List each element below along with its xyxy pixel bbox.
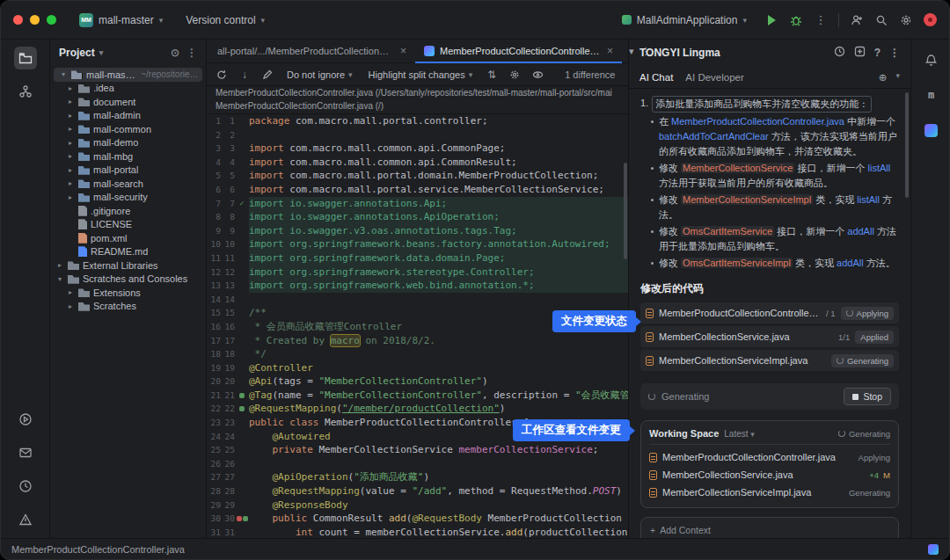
file-change-row[interactable]: MemberProductCollectionController.java/ … [640,302,899,324]
file-change-status[interactable]: Generating [831,354,894,367]
chevron-right-icon[interactable]: ▸ [66,125,75,133]
status-bar-file[interactable]: MemberProductCollectionController.java [11,544,185,555]
notifications-tool-button[interactable] [14,441,37,464]
tree-item[interactable]: pom.xml [50,231,206,245]
collapse-unchanged-icon[interactable]: ⇅ [484,67,500,83]
debug-button[interactable] [789,13,803,27]
file-change-status[interactable]: Applied [855,331,894,344]
tree-item[interactable]: README.md [50,245,206,259]
gutter-icon-red[interactable] [237,516,242,521]
tree-item[interactable]: ▸Scratches [50,300,206,314]
chevron-right-icon[interactable]: ▸ [66,288,75,296]
tree-item[interactable]: ▸External Libraries [50,258,206,273]
chevron-right-icon[interactable]: ▸ [66,166,75,174]
working-space-row[interactable]: MemberCollectionServiceImpl.javaGenerati… [649,484,890,501]
file-change-row[interactable]: MemberCollectionService.java1/1Applied [640,326,899,347]
inline-link[interactable]: batchAddToCartAndClear [659,131,769,142]
gutter-icon-green[interactable] [243,516,248,521]
lingma-scrollbar[interactable] [905,92,909,198]
viewer-icon[interactable] [530,67,545,83]
chevron-right-icon[interactable]: ▸ [66,139,75,147]
version-control-menu[interactable]: Version control ▾ [179,11,272,30]
editor-scrollbar[interactable] [624,163,627,259]
inline-link[interactable]: addAll [847,226,874,236]
inline-link[interactable]: MemberProductCollectionController.java [671,116,844,127]
more-actions-button[interactable]: ⋮ [814,13,828,27]
tree-item[interactable]: ▸mall-portal [50,164,206,178]
minimize-window-button[interactable] [30,15,40,25]
close-window-button[interactable] [13,15,23,25]
chevron-right-icon[interactable]: ▸ [66,302,75,310]
history-tool-button[interactable] [14,475,37,498]
chevron-right-icon[interactable]: ▸ [55,261,64,269]
chevron-right-icon[interactable]: ▸ [66,193,75,201]
editor-tab[interactable]: all-portal/.../MemberProductCollectionCo… [208,40,415,62]
edit-icon[interactable] [259,67,275,83]
close-tab-icon[interactable]: × [607,45,613,57]
inline-link[interactable]: listAll [857,194,880,205]
run-button[interactable] [764,13,778,27]
problems-tool-button[interactable] [14,508,37,531]
settings-button[interactable] [899,13,913,27]
chevron-right-icon[interactable]: ▸ [66,179,75,187]
tree-item[interactable]: ▾mall-master [mall]~/repositories/test/m… [54,68,202,82]
highlight-mode-dropdown[interactable]: Highlight split changes ▾ [364,68,478,82]
working-space-row[interactable]: MemberProductCollectionController.javaAp… [649,448,890,466]
spring-gutter-icon[interactable] [239,393,245,398]
search-everywhere-button[interactable] [874,13,888,27]
tree-item[interactable]: ▸.idea [50,82,206,96]
inline-link[interactable]: listAll [868,163,891,173]
commit-tool-button[interactable] [14,80,37,103]
chat-history-icon[interactable] [834,46,845,60]
tree-item[interactable]: ▸document [50,95,206,109]
chevron-right-icon[interactable]: ▸ [66,152,75,160]
project-selector[interactable]: MM mall-master ▾ [72,10,170,31]
chevron-right-icon[interactable]: ▸ [66,84,75,92]
editor-tab[interactable]: MemberProductCollectionController.java× [415,40,622,62]
new-chat-icon[interactable] [854,46,866,60]
chevron-right-icon[interactable]: ▸ [66,112,75,120]
chevron-down-icon[interactable]: ▾ [895,71,900,84]
tab-ai-chat[interactable]: AI Chat [639,72,673,83]
maven-tool-button[interactable]: m [920,84,943,106]
tree-item[interactable]: ▸mall-security [50,191,206,205]
add-context-button[interactable]: + Add Context [650,525,889,535]
tree-item[interactable]: ▸mall-common [50,122,206,136]
tree-item[interactable]: LICENSE [50,218,206,232]
panel-more-icon[interactable]: ⋮ [889,47,900,59]
chevron-down-icon[interactable]: ▾ [55,275,64,283]
chevron-right-icon[interactable]: ▸ [66,98,75,105]
tree-item[interactable]: ▸mall-demo [50,136,206,150]
ignore-policy-dropdown[interactable]: Do not ignore ▾ [282,68,357,82]
chat-input-card[interactable]: + Add Context 添加到购物车时， → [640,517,899,538]
tree-item[interactable]: ▸mall-search [50,177,206,191]
tab-ai-developer[interactable]: AI Developer [685,72,743,83]
project-tool-button[interactable] [14,47,37,69]
working-space-row[interactable]: MemberCollectionService.java+4M [649,466,890,484]
tree-item[interactable]: ▸mall-admin [50,109,206,123]
accepted-change-icon[interactable]: ✓ [239,197,244,211]
file-change-row[interactable]: MemberCollectionServiceImpl.javaGenerati… [640,350,899,371]
zoom-window-button[interactable] [47,15,56,25]
code-with-me-button[interactable] [850,13,864,27]
tree-item[interactable]: ▾Scratches and Consoles [50,273,206,287]
file-change-status[interactable]: Applying [841,307,894,320]
lingma-tool-button[interactable] [920,119,943,142]
chevron-down-icon[interactable]: ▾ [59,70,68,78]
working-space-filter[interactable]: Latest ▾ [724,429,755,439]
avatar[interactable] [924,13,937,26]
inline-link[interactable]: addAll [837,258,864,268]
refresh-icon[interactable] [214,67,230,83]
add-chat-icon[interactable]: ⊕ [879,71,888,84]
help-icon[interactable]: ? [874,47,881,59]
run-configuration-selector[interactable]: MallAdminApplication ▾ [615,11,754,30]
notifications-bell-icon[interactable] [920,48,943,71]
stop-button[interactable]: Stop [844,388,891,405]
run-tool-button[interactable] [14,408,37,431]
collapse-all-icon[interactable]: ⋮ [186,47,197,59]
diff-settings-icon[interactable] [507,67,522,83]
tree-item[interactable]: .gitignore [50,204,206,218]
arrow-down-icon[interactable]: ↓ [237,67,252,83]
project-tree[interactable]: ▾mall-master [mall]~/repositories/test/m… [50,66,206,538]
tree-item[interactable]: ▸mall-mbg [50,149,206,164]
